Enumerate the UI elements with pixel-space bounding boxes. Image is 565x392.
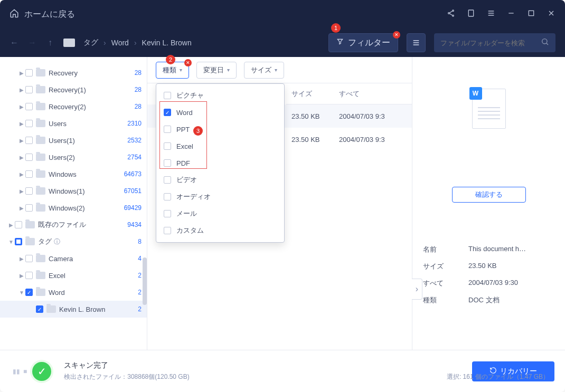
dropdown-item[interactable]: ピクチャ: [156, 87, 284, 104]
tree-row[interactable]: ▶既存のファイル9434: [0, 216, 147, 233]
tree-row[interactable]: ▶Windows(2)69429: [0, 199, 147, 216]
checkbox[interactable]: [25, 154, 33, 161]
close-badge-icon[interactable]: ✕: [184, 59, 192, 66]
dropdown-item[interactable]: オーディオ: [156, 188, 284, 205]
chip-type[interactable]: 種類 ▾ 2 ✕: [156, 62, 189, 79]
checkbox[interactable]: ✓: [36, 305, 43, 313]
checkbox[interactable]: [164, 126, 171, 133]
nav-forward-icon[interactable]: →: [27, 38, 37, 47]
checkbox[interactable]: [25, 103, 33, 110]
maximize-icon[interactable]: [527, 9, 535, 20]
col-size[interactable]: サイズ: [286, 89, 334, 99]
share-icon[interactable]: [447, 9, 455, 20]
tree-row[interactable]: ▶Excel2: [0, 267, 147, 284]
checkbox[interactable]: [164, 193, 171, 200]
close-badge-icon[interactable]: ✕: [393, 31, 400, 39]
tree-row[interactable]: ✓Kevin L. Brown2: [0, 301, 147, 318]
tree-label: Word: [49, 289, 65, 297]
checkbox[interactable]: [25, 255, 33, 262]
help-icon[interactable]: ⓘ: [54, 237, 60, 246]
expand-icon[interactable]: ▶: [18, 256, 25, 262]
sidebar[interactable]: ▶Recovery28▶Recovery(1)28▶Recovery(2)28▶…: [0, 57, 147, 350]
expand-icon[interactable]: ▶: [18, 121, 25, 127]
stop-icon[interactable]: ■: [23, 368, 27, 375]
search-box[interactable]: [434, 33, 555, 52]
dropdown-item[interactable]: ✓Word: [156, 104, 284, 121]
checkbox[interactable]: ✓: [164, 109, 171, 116]
filter-label: フィルター: [348, 37, 390, 49]
tree-label: Kevin L. Brown: [59, 305, 105, 313]
breadcrumb-item[interactable]: Kevin L. Brown: [142, 39, 192, 47]
nav-up-icon[interactable]: ↑: [45, 38, 55, 47]
home-button[interactable]: ホームに戻る: [10, 8, 75, 20]
checkbox[interactable]: [25, 120, 33, 127]
tree-row[interactable]: ▶Camera4: [0, 250, 147, 267]
tree-row[interactable]: ▶Windows(1)67051: [0, 183, 147, 199]
expand-icon[interactable]: ▶: [18, 155, 25, 160]
search-input[interactable]: [440, 39, 541, 47]
checkbox[interactable]: [25, 187, 33, 195]
view-list-button[interactable]: [407, 33, 426, 52]
checkbox[interactable]: [25, 204, 33, 212]
confirm-button[interactable]: 確認する: [452, 187, 526, 203]
dropdown-item[interactable]: PPT: [156, 121, 284, 138]
checkbox[interactable]: [164, 142, 171, 150]
checkbox[interactable]: [15, 221, 22, 228]
doc-preview: W: [472, 89, 506, 129]
expand-icon[interactable]: ▶: [18, 70, 25, 76]
checkbox[interactable]: [25, 86, 33, 93]
chip-size[interactable]: サイズ ▾: [244, 62, 284, 79]
dropdown-item[interactable]: ビデオ: [156, 171, 284, 188]
tree-row[interactable]: ▼✓Word2: [0, 284, 147, 301]
checkbox[interactable]: [164, 176, 171, 184]
tree-row[interactable]: ▶Windows64673: [0, 166, 147, 183]
expand-icon[interactable]: ▼: [7, 239, 15, 245]
scrollbar[interactable]: [143, 257, 147, 305]
expand-icon[interactable]: ▶: [18, 188, 25, 194]
dropdown-item[interactable]: Excel: [156, 138, 284, 155]
checkbox[interactable]: [15, 238, 22, 245]
bookmark-icon[interactable]: [467, 9, 475, 20]
checkbox[interactable]: [164, 210, 171, 217]
checkbox[interactable]: [164, 159, 171, 167]
pause-icon[interactable]: ▮▮: [13, 368, 20, 375]
folder-icon: [25, 238, 35, 245]
tree-row[interactable]: ▶Recovery(1)28: [0, 81, 147, 98]
breadcrumb-item[interactable]: タグ: [83, 38, 98, 47]
tree-row[interactable]: ▶Users(2)2754: [0, 149, 147, 166]
filter-button[interactable]: フィルター 1 ✕: [328, 33, 398, 52]
checkbox[interactable]: [25, 272, 33, 279]
dropdown-item[interactable]: メール: [156, 205, 284, 222]
tree-row[interactable]: ▶Recovery(2)28: [0, 98, 147, 115]
dropdown-item[interactable]: PDF: [156, 155, 284, 171]
checkbox[interactable]: [164, 227, 171, 234]
checkbox[interactable]: [25, 137, 33, 144]
expand-icon[interactable]: ▶: [7, 222, 15, 228]
close-icon[interactable]: [547, 9, 555, 20]
collapse-detail-button[interactable]: ›: [412, 279, 422, 300]
checkbox[interactable]: ✓: [25, 289, 33, 296]
expand-icon[interactable]: ▶: [18, 104, 25, 110]
chip-date[interactable]: 変更日 ▾: [196, 62, 237, 79]
checkbox[interactable]: [164, 92, 171, 99]
minimize-icon[interactable]: [507, 9, 515, 20]
expand-icon[interactable]: ▶: [18, 205, 25, 211]
menu-icon[interactable]: [487, 9, 495, 20]
checkbox[interactable]: [25, 69, 33, 77]
checkbox[interactable]: [25, 170, 33, 178]
dropdown-item[interactable]: カスタム: [156, 222, 284, 239]
tree-row[interactable]: ▼タグⓘ8: [0, 233, 147, 250]
expand-icon[interactable]: ▶: [18, 87, 25, 93]
expand-icon[interactable]: ▶: [18, 138, 25, 144]
search-icon[interactable]: [541, 37, 549, 48]
tree-row[interactable]: ▶Users2310: [0, 115, 147, 132]
expand-icon[interactable]: ▼: [18, 290, 25, 295]
expand-icon[interactable]: ▶: [18, 171, 25, 177]
nav-back-icon[interactable]: ←: [10, 38, 19, 47]
tree-row[interactable]: ▶Recovery28: [0, 64, 147, 81]
breadcrumb-item[interactable]: Word: [111, 39, 129, 47]
col-date[interactable]: すべて: [334, 89, 412, 99]
type-dropdown[interactable]: 3 ピクチャ✓WordPPTExcelPDFビデオオーディオメールカスタム: [156, 83, 285, 243]
expand-icon[interactable]: ▶: [18, 273, 25, 279]
tree-row[interactable]: ▶Users(1)2532: [0, 132, 147, 149]
